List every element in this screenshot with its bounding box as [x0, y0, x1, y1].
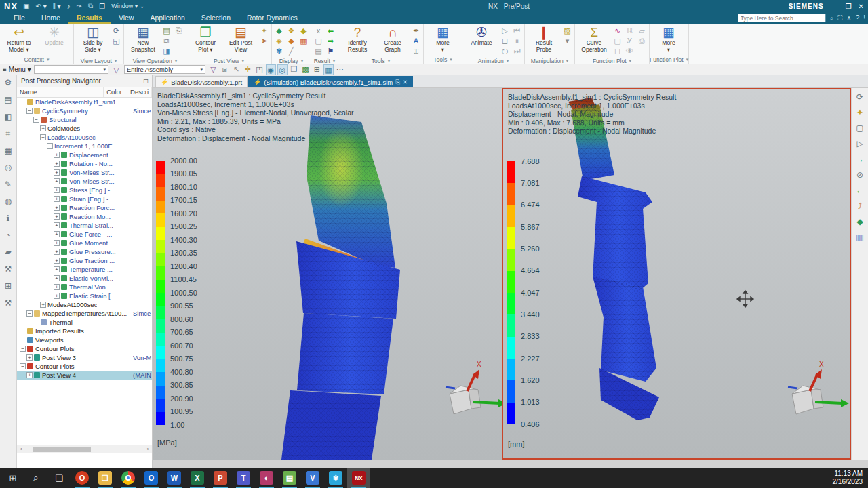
tree-row-von-mises-str[interactable]: +Von-Mises Str... — [17, 168, 152, 177]
info-icon[interactable]: ℹ — [7, 214, 10, 223]
identify-results-button[interactable]: ?Identify Results — [340, 25, 374, 53]
collapse-icon[interactable]: − — [47, 143, 53, 149]
function-plot-more-button[interactable]: ▦More ▾ — [652, 25, 686, 53]
taskbar-search-button[interactable]: ⌕ — [24, 468, 47, 488]
start-button[interactable]: ⊞ — [1, 468, 24, 488]
ribbon-tab-selection[interactable]: Selection — [193, 13, 239, 24]
excel-icon[interactable]: X — [186, 468, 209, 488]
select-cursor-icon[interactable]: ↖ — [231, 64, 241, 75]
tree-row-mappedtemperaturesat100[interactable]: −MappedTemperaturesAt100...Simce — [17, 309, 152, 318]
general-selection-icon[interactable]: ⧈ — [220, 64, 230, 75]
ribbon-tab-home[interactable]: Home — [33, 13, 68, 24]
expand-icon[interactable]: + — [54, 275, 60, 281]
tree-row-elastic-vonmi[interactable]: +Elastic VonMi... — [17, 274, 152, 283]
roles-icon[interactable]: ✎ — [5, 180, 12, 189]
expand-icon[interactable]: + — [54, 214, 60, 220]
expand-icon[interactable]: + — [54, 205, 60, 211]
tree-row-cyclicsymmetry[interactable]: −CyclicSymmetrySimce — [17, 106, 152, 115]
play-icon[interactable]: ▷ — [500, 26, 510, 35]
expand-icon[interactable]: + — [40, 125, 46, 131]
result-probe-button[interactable]: ❙Result Probe — [527, 25, 561, 53]
show-adjacent-icon[interactable]: ◎ — [277, 64, 288, 75]
layout-arrange-icon[interactable]: ◱ — [111, 36, 121, 45]
word-icon[interactable]: W — [163, 468, 186, 488]
displacement-blade-model[interactable] — [568, 98, 659, 420]
tools-icon[interactable]: ⚒ — [5, 264, 12, 274]
fringe-icon[interactable]: ◆ — [286, 36, 296, 45]
scroll-right-icon[interactable]: › — [144, 446, 152, 452]
paste-view-icon[interactable]: ⎘ — [174, 26, 184, 35]
command-finder-icon[interactable]: ! — [863, 14, 865, 22]
pause-icon[interactable]: ‖ ▾ — [53, 3, 61, 10]
document-tab-simulation-bladediskassembly-f1-sim1-sim[interactable]: ⚡(Simulation) BladeDiskAssembly.f1_sim1.… — [248, 76, 413, 87]
close-tab-icon[interactable]: ✕ — [403, 79, 408, 85]
create-graph-button[interactable]: ∩Create Graph — [376, 25, 410, 53]
outlook-icon[interactable]: O — [140, 468, 163, 488]
column-description[interactable]: Descri — [127, 87, 152, 97]
post-view-extra-icon[interactable]: ✦ — [259, 26, 269, 35]
view-grid-icon[interactable]: ⊞ — [312, 64, 322, 75]
selection-search-combo[interactable]: ▾ — [34, 65, 108, 74]
refresh-view-icon[interactable]: ⟳ — [856, 92, 863, 102]
snapshot-plot-icon[interactable]: ⎙ — [637, 36, 647, 45]
snapshot-gallery-icon[interactable]: ▤ — [161, 26, 172, 35]
window-icon[interactable]: ❒ — [99, 3, 105, 10]
viewport-stress[interactable]: X Y BladeDiskAssembly.f1_sim1 : CyclicSy… — [153, 88, 502, 460]
tree-row-increment-1-1-000e[interactable]: −Increment 1, 1.000E... — [17, 142, 152, 150]
expand-icon[interactable]: + — [54, 178, 60, 184]
save-icon[interactable]: ▣ — [23, 3, 29, 10]
expand-icon[interactable]: + — [54, 231, 60, 237]
ribbon-tab-file[interactable]: File — [5, 13, 33, 24]
post-processing-navigator-icon[interactable]: ▦ — [4, 146, 12, 155]
stress-model-canvas[interactable]: X Y — [153, 88, 502, 460]
post-view-arrow-icon[interactable]: ➤ — [259, 36, 269, 45]
curve-operation-button[interactable]: ΣCurve Operation — [577, 25, 611, 53]
window-menu[interactable]: Window ▾ ⌄ — [111, 3, 144, 9]
tools-more-button[interactable]: ▦More ▾ — [426, 25, 460, 53]
selection-scope-combo[interactable]: Entire Assembly▾ — [124, 65, 205, 74]
hide-element-icon[interactable]: ⊘ — [856, 170, 863, 180]
selection-icon[interactable]: ◎ — [5, 163, 12, 172]
search-go-icon[interactable]: ⌕ — [830, 14, 834, 22]
scroll-left-icon[interactable]: ‹ — [17, 446, 25, 452]
visual-studio-icon[interactable]: V — [301, 468, 324, 488]
expand-icon[interactable]: + — [54, 240, 60, 246]
collapse-icon[interactable]: − — [26, 108, 33, 114]
expand-icon[interactable]: + — [40, 302, 46, 308]
menu-dropdown-icon[interactable]: ◳ — [254, 64, 264, 75]
element-edges-icon[interactable]: ◈ — [274, 36, 284, 45]
tree-row-strain-eng[interactable]: +Strain [Eng.] -... — [17, 195, 152, 203]
tree-row-glue-traction[interactable]: +Glue Traction ... — [17, 256, 152, 265]
collapse-icon[interactable]: − — [20, 346, 26, 352]
expand-icon[interactable]: + — [54, 222, 60, 228]
previous-result-icon[interactable]: ⬅ — [326, 26, 336, 35]
copy-window-icon[interactable]: ⧉ — [88, 2, 93, 10]
tree-row-temperature[interactable]: +Temperature ... — [17, 265, 152, 274]
real-imag-icon[interactable]: ℝ — [625, 26, 635, 35]
collapse-icon[interactable]: − — [40, 134, 46, 140]
probe-style-icon[interactable]: ▨ — [562, 26, 572, 35]
pause-icon[interactable]: ⏸ — [512, 36, 522, 45]
layers-icon[interactable]: ▤ — [313, 46, 323, 56]
export-result-icon[interactable]: ⤴ — [858, 201, 862, 211]
tree-row-coldmodes[interactable]: +ColdModes — [17, 124, 152, 133]
new-snapshot-button[interactable]: ▦New Snapshot — [126, 25, 160, 53]
expand-icon[interactable]: + — [54, 258, 60, 264]
nx-taskbar-icon[interactable]: NX — [347, 468, 370, 488]
expand-icon[interactable]: + — [54, 266, 60, 272]
ribbon-tab-view[interactable]: View — [111, 13, 142, 24]
column-name[interactable]: Name — [17, 87, 104, 97]
detach-tab-icon[interactable]: ⎘ — [395, 79, 400, 86]
next-result-icon[interactable]: ➡ — [326, 36, 336, 45]
tree-row-thermal-von[interactable]: +Thermal Von... — [17, 283, 152, 291]
paint-icon[interactable]: ◐ — [255, 468, 278, 488]
expand-icon[interactable]: + — [26, 354, 33, 361]
side-by-side-button[interactable]: ◫Side by Side ▾ — [76, 25, 110, 53]
loop-icon[interactable]: ⭮ — [500, 46, 510, 56]
powerpoint-icon[interactable]: P — [209, 468, 232, 488]
previous-mode-icon[interactable]: ← — [856, 186, 864, 195]
expand-icon[interactable]: + — [54, 152, 60, 158]
tree-row-thermal[interactable]: Thermal — [17, 318, 152, 327]
fullscreen-icon[interactable]: ⛶ — [837, 14, 842, 22]
expand-icon[interactable]: + — [54, 284, 60, 290]
